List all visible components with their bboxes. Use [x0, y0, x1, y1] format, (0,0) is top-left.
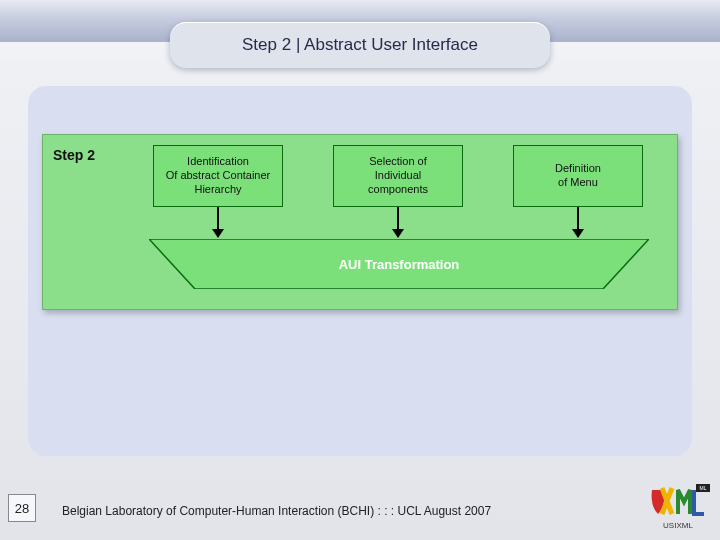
svg-text:USIXML: USIXML	[663, 521, 693, 530]
box-identification: Identification Of abstract Container Hie…	[153, 145, 283, 207]
box-definition-text: Definition of Menu	[555, 162, 601, 190]
usixml-logo-icon: ML USIXML	[648, 484, 710, 530]
footer-text: Belgian Laboratory of Computer-Human Int…	[62, 504, 491, 518]
arrow-down-icon	[217, 207, 219, 237]
arrow-down-icon	[577, 207, 579, 237]
box-selection: Selection of Individual components	[333, 145, 463, 207]
output-trapezoid: AUI Transformation	[149, 239, 649, 293]
content-panel: Step 2 Identification Of abstract Contai…	[28, 86, 692, 456]
slide-title: Step 2 | Abstract User Interface	[170, 22, 550, 68]
page-number: 28	[8, 494, 36, 522]
step-label: Step 2	[53, 147, 95, 163]
slide-title-text: Step 2 | Abstract User Interface	[242, 35, 478, 55]
output-label: AUI Transformation	[339, 257, 460, 272]
page-number-text: 28	[15, 501, 29, 516]
flow-diagram: Step 2 Identification Of abstract Contai…	[42, 134, 678, 310]
box-definition: Definition of Menu	[513, 145, 643, 207]
box-selection-text: Selection of Individual components	[368, 155, 428, 196]
arrow-down-icon	[397, 207, 399, 237]
box-identification-text: Identification Of abstract Container Hie…	[166, 155, 271, 196]
svg-text:ML: ML	[700, 485, 707, 491]
